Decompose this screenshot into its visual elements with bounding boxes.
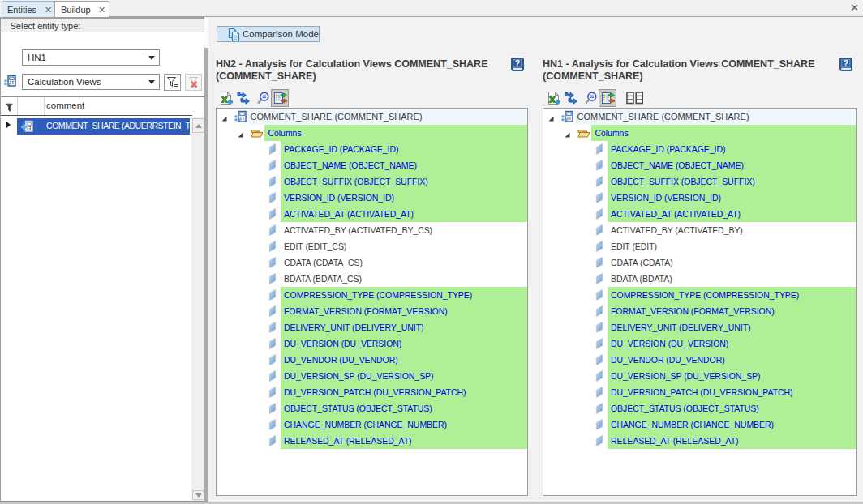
svg-text:?: ? <box>844 58 849 68</box>
svg-text:?: ? <box>515 58 521 68</box>
